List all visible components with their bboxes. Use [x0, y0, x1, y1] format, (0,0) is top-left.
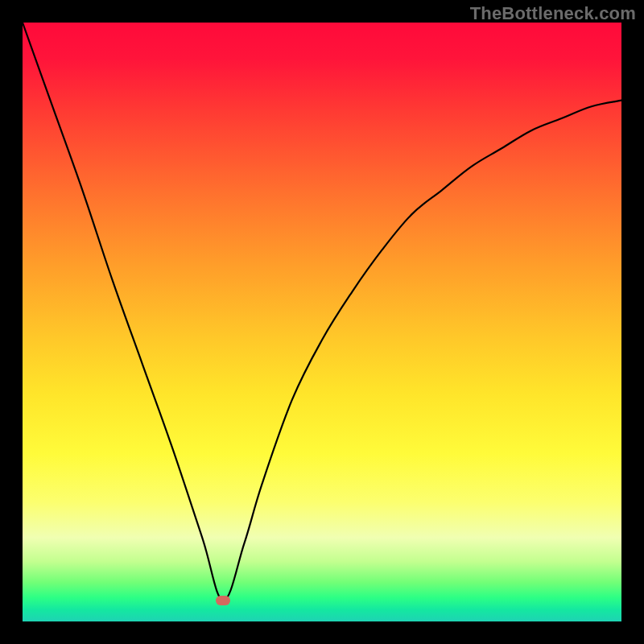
watermark-text: TheBottleneck.com: [470, 3, 636, 24]
chart-frame: TheBottleneck.com: [0, 0, 644, 644]
optimal-point-marker: [216, 596, 230, 605]
curve-path: [23, 23, 621, 601]
bottleneck-curve: [23, 23, 621, 621]
plot-area: [23, 23, 621, 621]
